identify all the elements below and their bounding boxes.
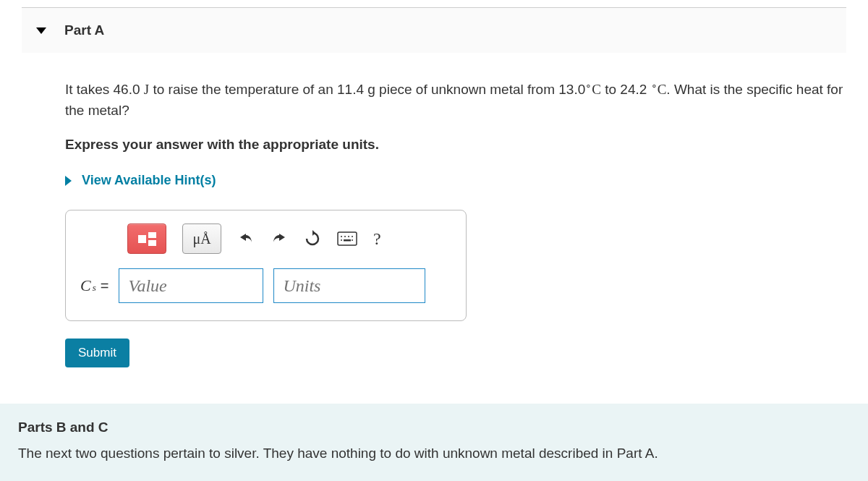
hint-label: View Available Hint(s)	[82, 173, 216, 188]
part-a-body: It takes 46.0 J to raise the temperature…	[22, 53, 846, 375]
keyboard-icon	[337, 231, 357, 246]
submit-button[interactable]: Submit	[65, 339, 129, 367]
svg-rect-7	[344, 239, 351, 242]
redo-button[interactable]	[271, 224, 288, 254]
svg-point-3	[348, 236, 349, 237]
svg-point-1	[341, 236, 342, 237]
undo-icon	[237, 230, 255, 247]
parts-bc-section: Parts B and C The next two questions per…	[0, 404, 868, 481]
redo-icon	[271, 230, 288, 247]
part-a-label: Part A	[64, 22, 104, 38]
value-input[interactable]	[119, 268, 263, 303]
chevron-right-icon	[65, 176, 72, 186]
answer-toolbar: μÅ ?	[127, 224, 451, 254]
svg-point-5	[341, 239, 342, 241]
svg-point-6	[352, 239, 353, 241]
parts-bc-title: Parts B and C	[18, 420, 850, 435]
answer-panel: μÅ ? Cs=	[65, 210, 467, 321]
special-chars-button[interactable]: μÅ	[182, 224, 221, 254]
svg-point-4	[352, 236, 353, 237]
units-input[interactable]	[273, 268, 425, 303]
question-text: It takes 46.0 J to raise the temperature…	[65, 78, 846, 121]
view-hints-toggle[interactable]: View Available Hint(s)	[65, 173, 216, 188]
parts-bc-text: The next two questions pertain to silver…	[18, 446, 850, 461]
svg-point-2	[344, 236, 346, 237]
part-a-header[interactable]: Part A	[22, 8, 846, 53]
answer-instruction: Express your answer with the appropriate…	[65, 137, 846, 153]
undo-button[interactable]	[237, 224, 255, 254]
svg-rect-0	[338, 232, 357, 245]
answer-input-row: Cs=	[80, 268, 451, 303]
variable-label: Cs=	[80, 276, 109, 295]
reset-button[interactable]	[304, 224, 321, 254]
templates-button[interactable]	[127, 224, 166, 254]
reset-icon	[304, 230, 321, 247]
chevron-down-icon	[36, 27, 46, 34]
keyboard-button[interactable]	[337, 224, 357, 254]
help-button[interactable]: ?	[373, 224, 381, 254]
